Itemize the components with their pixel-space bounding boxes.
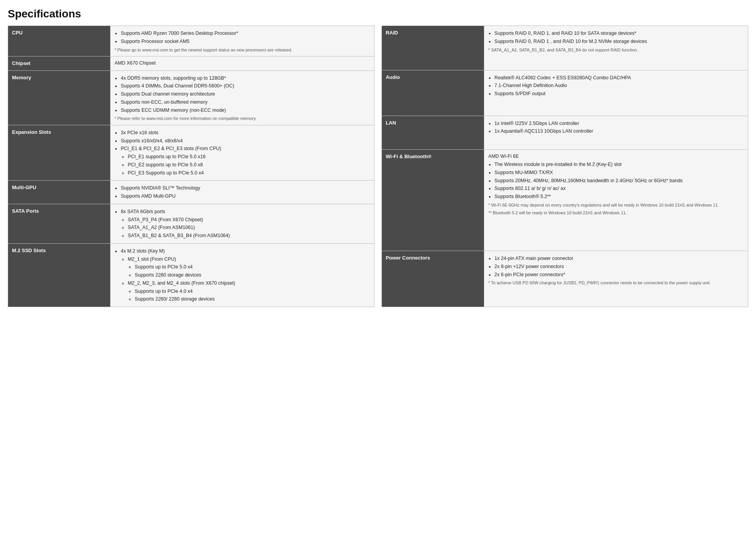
table-row: Power Connectors1x 24-pin ATX main power… bbox=[381, 251, 748, 307]
spec-value: AMD Wi-Fi 6EThe Wireless module is pre-i… bbox=[484, 150, 748, 251]
spec-label: LAN bbox=[381, 116, 484, 150]
table-row: M.2 SSD Slots4x M.2 slots (Key M)M2_1 sl… bbox=[8, 243, 375, 307]
table-row: SATA Ports8x SATA 6Gb/s portsSATA_P3_P4 … bbox=[8, 204, 375, 243]
table-row: Memory4x DDR5 memory slots, supporting u… bbox=[8, 70, 375, 125]
spec-label: SATA Ports bbox=[8, 204, 111, 243]
spec-value: 1x Intel® I225V 2.5Gbps LAN controller1x… bbox=[484, 116, 748, 150]
table-row: Multi-GPUSupports NVIDIA® SLI™ Technolog… bbox=[8, 181, 375, 204]
spec-label: Multi-GPU bbox=[8, 181, 111, 204]
table-row: LAN1x Intel® I225V 2.5Gbps LAN controlle… bbox=[381, 116, 748, 150]
table-row: Expansion Slots3x PCIe x16 slotsSupports… bbox=[8, 125, 375, 181]
spec-value: Supports AMD Ryzen 7000 Series Desktop P… bbox=[111, 26, 375, 56]
spec-label: Wi-Fi & Bluetooth® bbox=[381, 150, 484, 251]
table-row: AudioRealtek® ALC4082 Codec + ESS ES9280… bbox=[381, 70, 748, 116]
page-title: Specifications bbox=[8, 8, 748, 20]
table-row: RAIDSupports RAID 0, RAID 1, and RAID 10… bbox=[381, 26, 748, 70]
spec-label: Memory bbox=[8, 70, 111, 125]
spec-value: Supports RAID 0, RAID 1, and RAID 10 for… bbox=[484, 26, 748, 70]
specs-container: CPUSupports AMD Ryzen 7000 Series Deskto… bbox=[8, 26, 748, 307]
spec-value: 1x 24-pin ATX main power connector2x 8-p… bbox=[484, 251, 748, 307]
spec-value: AMD X670 Chipset bbox=[111, 56, 375, 71]
spec-label: Expansion Slots bbox=[8, 125, 111, 181]
table-row: ChipsetAMD X670 Chipset bbox=[8, 56, 375, 71]
spec-value: Supports NVIDIA® SLI™ TechnologySupports… bbox=[111, 181, 375, 204]
spec-label: Chipset bbox=[8, 56, 111, 71]
spec-value: 3x PCIe x16 slotsSupports x16/x0/x4, x8/… bbox=[111, 125, 375, 181]
spec-value: 4x DDR5 memory slots, supporting up to 1… bbox=[111, 70, 375, 125]
left-specs-table: CPUSupports AMD Ryzen 7000 Series Deskto… bbox=[8, 26, 375, 307]
spec-value: 8x SATA 6Gb/s portsSATA_P3_P4 (From X670… bbox=[111, 204, 375, 243]
right-specs-table: RAIDSupports RAID 0, RAID 1, and RAID 10… bbox=[381, 26, 748, 307]
spec-label: RAID bbox=[381, 26, 484, 70]
table-row: CPUSupports AMD Ryzen 7000 Series Deskto… bbox=[8, 26, 375, 56]
spec-value: 4x M.2 slots (Key M)M2_1 slot (From CPU)… bbox=[111, 243, 375, 307]
spec-label: CPU bbox=[8, 26, 111, 56]
spec-label: M.2 SSD Slots bbox=[8, 243, 111, 307]
spec-value: Realtek® ALC4082 Codec + ESS ES9280AQ Co… bbox=[484, 70, 748, 116]
spec-label: Audio bbox=[381, 70, 484, 116]
table-row: Wi-Fi & Bluetooth®AMD Wi-Fi 6EThe Wirele… bbox=[381, 150, 748, 251]
spec-label: Power Connectors bbox=[381, 251, 484, 307]
table-spacer bbox=[375, 26, 381, 307]
